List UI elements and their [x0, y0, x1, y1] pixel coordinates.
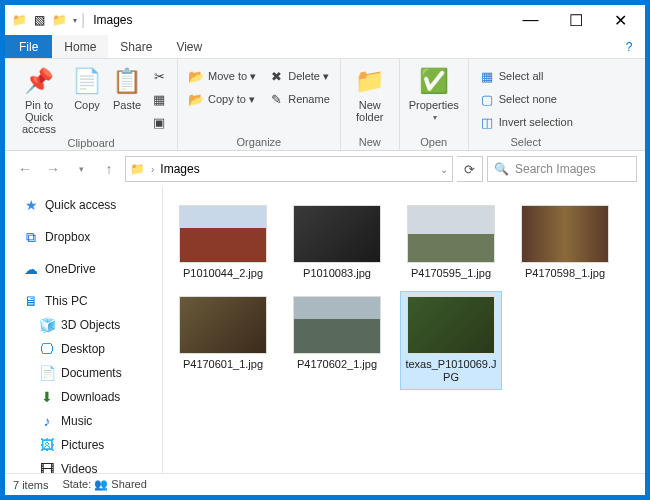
desktop-icon: 🖵 [39, 341, 55, 357]
select-none-icon: ▢ [479, 91, 495, 107]
search-input[interactable]: 🔍 Search Images [487, 156, 637, 182]
select-all-icon: ▦ [479, 68, 495, 84]
star-icon: ★ [23, 197, 39, 213]
nav-quick-access[interactable]: ★Quick access [5, 193, 162, 217]
video-icon: 🎞 [39, 461, 55, 473]
rename-button[interactable]: ✎Rename [264, 88, 334, 110]
file-thumbnail[interactable]: P1010083.jpg [287, 201, 387, 284]
rename-icon: ✎ [268, 91, 284, 107]
file-name: P4170595_1.jpg [411, 267, 491, 280]
refresh-button[interactable]: ⟳ [457, 156, 483, 182]
tab-share[interactable]: Share [108, 35, 164, 58]
thumbnail-image [293, 296, 381, 354]
music-icon: ♪ [39, 413, 55, 429]
nav-documents[interactable]: 📄Documents [5, 361, 162, 385]
maximize-button[interactable]: ☐ [553, 5, 598, 35]
ribbon-group-select: ▦Select all ▢Select none ◫Invert selecti… [469, 59, 583, 150]
nav-3d-objects[interactable]: 🧊3D Objects [5, 313, 162, 337]
select-none-button[interactable]: ▢Select none [475, 88, 577, 110]
cut-button[interactable]: ✂ [147, 65, 171, 87]
people-icon: 👥 [94, 478, 108, 490]
file-thumbnail[interactable]: P4170595_1.jpg [401, 201, 501, 284]
path-segment[interactable]: Images [160, 162, 199, 176]
move-to-button[interactable]: 📂Move to ▾ [184, 65, 260, 87]
thumbnail-image [407, 205, 495, 263]
tab-home[interactable]: Home [52, 35, 108, 58]
item-count: 7 items [13, 479, 48, 491]
copy-path-button[interactable]: ▦ [147, 88, 171, 110]
file-name: P4170601_1.jpg [183, 358, 263, 371]
paste-shortcut-button[interactable]: ▣ [147, 111, 171, 133]
back-button[interactable]: ← [13, 157, 37, 181]
copy-button[interactable]: 📄 Copy [67, 61, 107, 111]
picture-icon: 🖼 [39, 437, 55, 453]
qat-dropdown-icon[interactable]: ▾ [73, 16, 77, 25]
breadcrumb[interactable]: 📁 › Images ⌄ [125, 156, 453, 182]
path-folder-icon: 📁 [130, 162, 145, 176]
file-thumbnail[interactable]: P4170601_1.jpg [173, 292, 273, 388]
document-icon: 📄 [39, 365, 55, 381]
copyto-icon: 📂 [188, 91, 204, 107]
file-thumbnail[interactable]: P1010044_2.jpg [173, 201, 273, 284]
ribbon: 📌 Pin to Quick access 📄 Copy 📋 Paste ✂ ▦… [5, 59, 645, 151]
chevron-down-icon[interactable]: ⌄ [440, 164, 448, 175]
qat-properties-icon[interactable]: ▧ [31, 12, 47, 28]
paste-button[interactable]: 📋 Paste [107, 61, 147, 111]
window-title: Images [93, 13, 132, 27]
navigation-pane[interactable]: ★Quick access ⧉Dropbox ☁OneDrive 🖥This P… [5, 187, 163, 473]
tab-view[interactable]: View [164, 35, 214, 58]
nav-music[interactable]: ♪Music [5, 409, 162, 433]
cube-icon: 🧊 [39, 317, 55, 333]
properties-button[interactable]: ✅ Properties ▾ [406, 61, 462, 122]
file-name: P1010083.jpg [303, 267, 371, 280]
help-icon[interactable]: ? [619, 35, 639, 58]
forward-button[interactable]: → [41, 157, 65, 181]
content-area: ★Quick access ⧉Dropbox ☁OneDrive 🖥This P… [5, 187, 645, 473]
file-thumbnail[interactable]: texas_P1010069.JPG [401, 292, 501, 388]
nav-videos[interactable]: 🎞Videos [5, 457, 162, 473]
paste-icon: 📋 [111, 65, 143, 97]
invert-icon: ◫ [479, 114, 495, 130]
file-thumbnail[interactable]: P4170602_1.jpg [287, 292, 387, 388]
new-folder-button[interactable]: 📁 New folder [347, 61, 393, 123]
select-all-button[interactable]: ▦Select all [475, 65, 577, 87]
nav-pictures[interactable]: 🖼Pictures [5, 433, 162, 457]
nav-this-pc[interactable]: 🖥This PC [5, 289, 162, 313]
file-pane[interactable]: P1010044_2.jpgP1010083.jpgP4170595_1.jpg… [163, 187, 645, 473]
thumbnail-image [179, 296, 267, 354]
thumbnail-image [293, 205, 381, 263]
chevron-icon[interactable]: › [151, 164, 154, 175]
copy-to-button[interactable]: 📂Copy to ▾ [184, 88, 260, 110]
qat-newfolder-icon[interactable]: 📁 [51, 12, 67, 28]
invert-selection-button[interactable]: ◫Invert selection [475, 111, 577, 133]
thumbnail-image [407, 296, 495, 354]
ribbon-tabs: File Home Share View ? [5, 35, 645, 59]
folder-icon: 📁 [11, 12, 27, 28]
nav-desktop[interactable]: 🖵Desktop [5, 337, 162, 361]
download-icon: ⬇ [39, 389, 55, 405]
file-name: texas_P1010069.JPG [405, 358, 497, 384]
explorer-window: 📁 ▧ 📁 ▾ | Images — ☐ ✕ File Home Share V… [4, 4, 646, 496]
status-bar: 7 items State: 👥 Shared [5, 473, 645, 495]
ribbon-group-open: ✅ Properties ▾ Open [400, 59, 469, 150]
pin-icon: 📌 [23, 65, 55, 97]
cloud-icon: ☁ [23, 261, 39, 277]
file-thumbnail[interactable]: P4170598_1.jpg [515, 201, 615, 284]
ribbon-group-organize: 📂Move to ▾ 📂Copy to ▾ ✖Delete ▾ ✎Rename … [178, 59, 341, 150]
up-button[interactable]: ↑ [97, 157, 121, 181]
close-button[interactable]: ✕ [598, 5, 643, 35]
delete-icon: ✖ [268, 68, 284, 84]
delete-button[interactable]: ✖Delete ▾ [264, 65, 334, 87]
thumbnail-image [521, 205, 609, 263]
nav-onedrive[interactable]: ☁OneDrive [5, 257, 162, 281]
nav-dropbox[interactable]: ⧉Dropbox [5, 225, 162, 249]
cut-icon: ✂ [151, 68, 167, 84]
file-name: P1010044_2.jpg [183, 267, 263, 280]
recent-button[interactable]: ▾ [69, 157, 93, 181]
pin-quick-access-button[interactable]: 📌 Pin to Quick access [11, 61, 67, 135]
move-icon: 📂 [188, 68, 204, 84]
minimize-button[interactable]: — [508, 5, 553, 35]
nav-downloads[interactable]: ⬇Downloads [5, 385, 162, 409]
file-menu[interactable]: File [5, 35, 52, 58]
new-folder-icon: 📁 [354, 65, 386, 97]
